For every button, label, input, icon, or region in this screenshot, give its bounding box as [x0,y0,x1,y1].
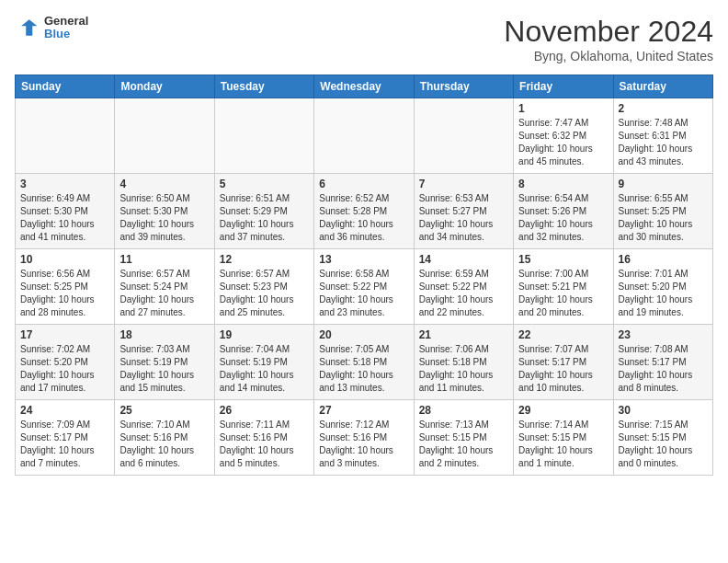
day-number: 6 [319,178,408,190]
day-info: Sunrise: 6:51 AM Sunset: 5:29 PM Dayligh… [220,192,309,244]
day-cell: 15Sunrise: 7:00 AM Sunset: 5:21 PM Dayli… [514,249,613,325]
day-cell: 20Sunrise: 7:05 AM Sunset: 5:18 PM Dayli… [314,325,414,400]
day-cell: 10Sunrise: 6:56 AM Sunset: 5:25 PM Dayli… [16,249,115,325]
day-number: 2 [619,102,708,115]
day-cell: 4Sunrise: 6:50 AM Sunset: 5:30 PM Daylig… [115,174,214,249]
day-info: Sunrise: 6:59 AM Sunset: 5:22 PM Dayligh… [419,268,508,319]
day-info: Sunrise: 7:00 AM Sunset: 5:21 PM Dayligh… [518,268,608,319]
day-info: Sunrise: 7:15 AM Sunset: 5:15 PM Dayligh… [619,419,708,470]
day-info: Sunrise: 7:13 AM Sunset: 5:15 PM Dayligh… [419,419,508,470]
day-info: Sunrise: 7:12 AM Sunset: 5:16 PM Dayligh… [319,419,408,470]
day-info: Sunrise: 6:57 AM Sunset: 5:24 PM Dayligh… [119,268,209,319]
header-day-friday: Friday [514,75,613,98]
day-number: 24 [20,404,109,417]
day-cell: 18Sunrise: 7:03 AM Sunset: 5:19 PM Dayli… [115,325,214,400]
day-cell [414,98,513,174]
header-row: SundayMondayTuesdayWednesdayThursdayFrid… [16,75,713,98]
day-cell: 17Sunrise: 7:02 AM Sunset: 5:20 PM Dayli… [16,325,115,400]
day-number: 22 [518,328,608,341]
month-title: November 2024 [504,15,713,49]
day-info: Sunrise: 7:09 AM Sunset: 5:17 PM Dayligh… [20,419,109,470]
day-number: 23 [619,328,708,341]
day-cell: 8Sunrise: 6:54 AM Sunset: 5:26 PM Daylig… [514,174,613,249]
header-day-monday: Monday [115,75,214,98]
day-cell: 6Sunrise: 6:52 AM Sunset: 5:28 PM Daylig… [314,174,414,249]
day-cell: 27Sunrise: 7:12 AM Sunset: 5:16 PM Dayli… [314,400,414,476]
day-cell: 28Sunrise: 7:13 AM Sunset: 5:15 PM Dayli… [414,400,513,476]
week-row-1: 3Sunrise: 6:49 AM Sunset: 5:30 PM Daylig… [16,174,713,249]
header-day-sunday: Sunday [16,75,115,98]
day-cell: 16Sunrise: 7:01 AM Sunset: 5:20 PM Dayli… [613,249,712,325]
day-info: Sunrise: 7:11 AM Sunset: 5:16 PM Dayligh… [220,419,309,470]
calendar-body: 1Sunrise: 7:47 AM Sunset: 6:32 PM Daylig… [16,98,713,476]
day-info: Sunrise: 7:04 AM Sunset: 5:19 PM Dayligh… [220,343,309,395]
day-info: Sunrise: 6:53 AM Sunset: 5:27 PM Dayligh… [419,192,508,244]
day-cell: 23Sunrise: 7:08 AM Sunset: 5:17 PM Dayli… [613,325,712,400]
location: Byng, Oklahoma, United States [504,49,713,63]
day-info: Sunrise: 7:01 AM Sunset: 5:20 PM Dayligh… [619,268,708,319]
day-number: 11 [119,253,209,266]
day-info: Sunrise: 7:06 AM Sunset: 5:18 PM Dayligh… [419,343,508,395]
day-info: Sunrise: 6:58 AM Sunset: 5:22 PM Dayligh… [319,268,408,319]
day-cell: 1Sunrise: 7:47 AM Sunset: 6:32 PM Daylig… [514,98,613,174]
day-cell: 14Sunrise: 6:59 AM Sunset: 5:22 PM Dayli… [414,249,513,325]
day-info: Sunrise: 6:52 AM Sunset: 5:28 PM Dayligh… [319,192,408,244]
title-area: November 2024 Byng, Oklahoma, United Sta… [504,15,713,63]
day-info: Sunrise: 7:08 AM Sunset: 5:17 PM Dayligh… [619,343,708,395]
week-row-0: 1Sunrise: 7:47 AM Sunset: 6:32 PM Daylig… [16,98,713,174]
day-number: 27 [319,404,408,417]
day-cell: 19Sunrise: 7:04 AM Sunset: 5:19 PM Dayli… [214,325,313,400]
day-cell [314,98,414,174]
logo-text: General Blue [44,15,88,41]
day-info: Sunrise: 6:49 AM Sunset: 5:30 PM Dayligh… [20,192,109,244]
week-row-4: 24Sunrise: 7:09 AM Sunset: 5:17 PM Dayli… [16,400,713,476]
day-cell: 9Sunrise: 6:55 AM Sunset: 5:25 PM Daylig… [613,174,712,249]
day-info: Sunrise: 7:10 AM Sunset: 5:16 PM Dayligh… [119,419,209,470]
day-info: Sunrise: 7:03 AM Sunset: 5:19 PM Dayligh… [119,343,209,395]
day-cell: 7Sunrise: 6:53 AM Sunset: 5:27 PM Daylig… [414,174,513,249]
day-info: Sunrise: 7:05 AM Sunset: 5:18 PM Dayligh… [319,343,408,395]
day-number: 19 [220,328,309,341]
logo: General Blue [15,15,88,41]
day-info: Sunrise: 6:57 AM Sunset: 5:23 PM Dayligh… [220,268,309,319]
logo-line2: Blue [44,28,88,40]
day-number: 12 [220,253,309,266]
day-number: 10 [20,253,109,266]
day-number: 20 [319,328,408,341]
day-info: Sunrise: 6:56 AM Sunset: 5:25 PM Dayligh… [20,268,109,319]
day-number: 25 [119,404,209,417]
logo-icon [15,15,40,40]
day-cell: 13Sunrise: 6:58 AM Sunset: 5:22 PM Dayli… [314,249,414,325]
header-day-saturday: Saturday [613,75,712,98]
header-day-tuesday: Tuesday [214,75,313,98]
day-info: Sunrise: 7:02 AM Sunset: 5:20 PM Dayligh… [20,343,109,395]
day-number: 17 [20,328,109,341]
day-cell [115,98,214,174]
day-cell: 26Sunrise: 7:11 AM Sunset: 5:16 PM Dayli… [214,400,313,476]
day-cell: 22Sunrise: 7:07 AM Sunset: 5:17 PM Dayli… [514,325,613,400]
day-number: 21 [419,328,508,341]
calendar-header: SundayMondayTuesdayWednesdayThursdayFrid… [16,75,713,98]
day-number: 7 [419,178,508,190]
day-info: Sunrise: 6:50 AM Sunset: 5:30 PM Dayligh… [119,192,209,244]
day-number: 9 [619,178,708,190]
day-number: 1 [518,102,608,115]
day-cell [16,98,115,174]
day-number: 14 [419,253,508,266]
day-number: 15 [518,253,608,266]
week-row-2: 10Sunrise: 6:56 AM Sunset: 5:25 PM Dayli… [16,249,713,325]
calendar-table: SundayMondayTuesdayWednesdayThursdayFrid… [15,75,713,476]
day-number: 8 [518,178,608,190]
day-info: Sunrise: 6:54 AM Sunset: 5:26 PM Dayligh… [518,192,608,244]
day-number: 26 [220,404,309,417]
day-info: Sunrise: 7:48 AM Sunset: 6:31 PM Dayligh… [619,117,708,168]
day-cell: 29Sunrise: 7:14 AM Sunset: 5:15 PM Dayli… [514,400,613,476]
day-number: 30 [619,404,708,417]
day-cell: 2Sunrise: 7:48 AM Sunset: 6:31 PM Daylig… [613,98,712,174]
day-cell: 25Sunrise: 7:10 AM Sunset: 5:16 PM Dayli… [115,400,214,476]
day-cell: 21Sunrise: 7:06 AM Sunset: 5:18 PM Dayli… [414,325,513,400]
day-number: 13 [319,253,408,266]
day-cell: 30Sunrise: 7:15 AM Sunset: 5:15 PM Dayli… [613,400,712,476]
logo-line1: General [44,15,88,28]
day-number: 16 [619,253,708,266]
